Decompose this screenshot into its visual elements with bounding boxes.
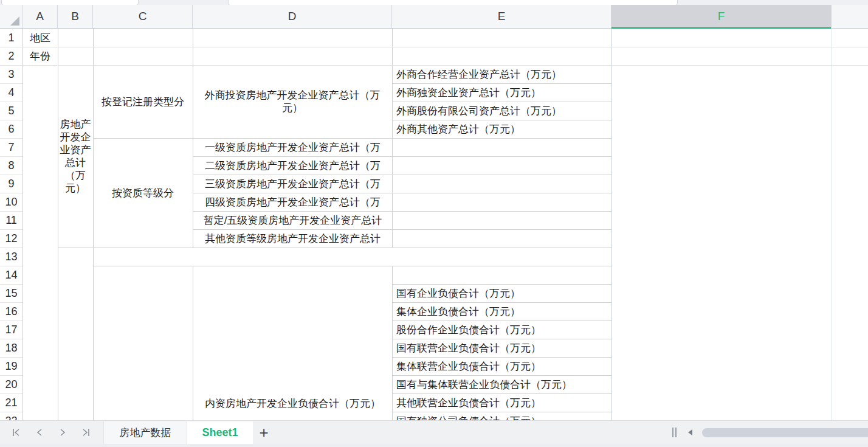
row-header[interactable]: 20 bbox=[0, 375, 22, 393]
row-header[interactable]: 17 bbox=[0, 321, 22, 339]
row-header[interactable]: 21 bbox=[0, 393, 22, 412]
first-sheet-button[interactable] bbox=[5, 424, 28, 441]
row-header[interactable]: 13 bbox=[0, 248, 22, 266]
row-header[interactable]: 18 bbox=[0, 339, 22, 357]
sheet-tab-fangdichan[interactable]: 房地产数据 bbox=[103, 421, 187, 444]
row-header[interactable]: 7 bbox=[0, 138, 22, 156]
last-sheet-button[interactable] bbox=[74, 424, 97, 441]
gridline bbox=[22, 29, 23, 420]
gridline bbox=[0, 102, 22, 102]
formula-bar-strip bbox=[0, 0, 868, 5]
chevron-left-icon bbox=[34, 427, 45, 438]
cell-c3-merged[interactable]: 按登记注册类型分 bbox=[93, 65, 193, 138]
row-header[interactable]: 6 bbox=[0, 120, 22, 138]
cell-b3-merged[interactable]: 房地产 开发企 业资产 总计 （万 元） bbox=[58, 65, 93, 248]
row-header[interactable]: 15 bbox=[0, 284, 22, 302]
cell-d11[interactable]: 暂定/五级资质房地产开发企业资产总计 bbox=[193, 211, 392, 229]
cell-e16[interactable]: 集体企业负债合计（万元） bbox=[393, 302, 611, 321]
scroll-left-icon[interactable] bbox=[688, 429, 692, 435]
gridline bbox=[832, 29, 832, 420]
column-header-d[interactable]: D bbox=[193, 5, 392, 28]
cell-e4[interactable]: 外商独资企业资产总计（万元） bbox=[393, 83, 611, 102]
sheet-nav-buttons bbox=[5, 421, 97, 444]
cell-c7-merged[interactable]: 按资质等级分 bbox=[93, 138, 193, 248]
row-header[interactable]: 3 bbox=[0, 65, 22, 83]
next-sheet-button[interactable] bbox=[51, 424, 74, 441]
cell-d10[interactable]: 四级资质房地产开发企业资产总计（万 bbox=[193, 193, 392, 211]
sheet-tab-sheet1-active[interactable]: Sheet1 bbox=[187, 421, 253, 444]
gridline bbox=[0, 193, 22, 193]
gridline bbox=[0, 47, 868, 47]
cell-e19[interactable]: 集体联营企业负债合计（万元） bbox=[393, 357, 611, 375]
gridline bbox=[611, 29, 612, 420]
column-header-a[interactable]: A bbox=[22, 5, 58, 28]
add-sheet-button[interactable]: + bbox=[253, 421, 275, 444]
row-header[interactable]: 19 bbox=[0, 357, 22, 375]
select-all-triangle-icon bbox=[10, 16, 19, 26]
tabbar-bottom-strip bbox=[0, 444, 868, 447]
row-header[interactable]: 14 bbox=[0, 266, 22, 284]
gridline bbox=[0, 302, 22, 303]
gridline bbox=[0, 175, 22, 175]
cell-e15[interactable]: 国有企业负债合计（万元） bbox=[393, 284, 611, 302]
gridline bbox=[0, 284, 22, 285]
column-header-b[interactable]: B bbox=[58, 5, 93, 28]
cell-e20[interactable]: 国有与集体联营企业负债合计（万元） bbox=[393, 375, 611, 393]
column-header-e[interactable]: E bbox=[392, 5, 611, 28]
row-header[interactable]: 2 bbox=[0, 47, 22, 65]
row-header[interactable]: 12 bbox=[0, 229, 22, 248]
gridline bbox=[0, 211, 22, 212]
last-sheet-icon bbox=[80, 427, 91, 438]
column-header-c[interactable]: C bbox=[93, 5, 193, 28]
cell-grid: 12345678910111213141516171819202122 bbox=[0, 29, 868, 420]
cell-e5[interactable]: 外商股份有限公司资产总计（万元） bbox=[393, 102, 611, 120]
chevron-right-icon bbox=[57, 427, 68, 438]
row-header[interactable]: 11 bbox=[0, 211, 22, 229]
cell-e22[interactable]: 国有独资公司负债合计（万元） bbox=[393, 412, 611, 420]
gridline bbox=[0, 229, 22, 230]
sheet-tab-bar: 房地产数据 Sheet1 + bbox=[0, 420, 868, 447]
row-header[interactable]: 10 bbox=[0, 193, 22, 211]
spreadsheet-window: A B C D E F 1234567891011121314151617181… bbox=[0, 0, 868, 447]
cell-e6[interactable]: 外商其他资产总计（万元） bbox=[393, 120, 611, 138]
cell-d7[interactable]: 一级资质房地产开发企业资产总计（万 bbox=[193, 138, 392, 156]
cell-a2[interactable]: 年份 bbox=[22, 47, 58, 65]
row-header[interactable]: 1 bbox=[0, 29, 22, 47]
cell-e3[interactable]: 外商合作经营企业资产总计（万元） bbox=[393, 65, 611, 83]
row-header[interactable]: 22 bbox=[0, 412, 22, 420]
gridline bbox=[0, 339, 22, 339]
cell-e17[interactable]: 股份合作企业负债合计（万元） bbox=[393, 321, 611, 339]
cell-d3-merged[interactable]: 外商投资房地产开发企业资产总计（万 元） bbox=[193, 65, 392, 138]
cell-e21[interactable]: 其他联营企业负债合计（万元） bbox=[393, 393, 611, 412]
cell-a1[interactable]: 地区 bbox=[22, 29, 58, 47]
gridline bbox=[0, 393, 22, 394]
gridline bbox=[0, 120, 22, 120]
first-sheet-icon bbox=[11, 427, 22, 438]
gridline bbox=[0, 412, 22, 412]
cell-border bbox=[58, 248, 611, 248]
cell-d8[interactable]: 二级资质房地产开发企业资产总计（万 bbox=[193, 156, 392, 175]
gridline bbox=[0, 357, 22, 358]
row-header[interactable]: 9 bbox=[0, 175, 22, 193]
select-all-corner[interactable] bbox=[0, 5, 22, 28]
gridline bbox=[0, 266, 22, 266]
row-headers: 12345678910111213141516171819202122 bbox=[0, 29, 22, 420]
row-header[interactable]: 16 bbox=[0, 302, 22, 321]
pane-splitter-handle[interactable] bbox=[672, 428, 677, 437]
row-header[interactable]: 4 bbox=[0, 83, 22, 102]
cell-e18[interactable]: 国有联营企业负债合计（万元） bbox=[393, 339, 611, 357]
previous-sheet-button[interactable] bbox=[28, 424, 51, 441]
column-header-g[interactable] bbox=[832, 5, 868, 28]
column-header-row: A B C D E F bbox=[0, 5, 868, 29]
cell-d9[interactable]: 三级资质房地产开发企业资产总计（万 bbox=[193, 175, 392, 193]
cell-d14-merged[interactable]: 内资房地产开发企业负债合计（万元） bbox=[193, 266, 392, 420]
cell-d12[interactable]: 其他资质等级房地产开发企业资产总计 bbox=[193, 229, 392, 248]
gridline bbox=[0, 321, 22, 321]
horizontal-scrollbar-thumb[interactable] bbox=[702, 428, 868, 437]
gridline bbox=[0, 248, 22, 248]
column-header-f-selected[interactable]: F bbox=[611, 5, 832, 28]
gridline bbox=[0, 83, 22, 84]
gridline bbox=[0, 156, 22, 157]
row-header[interactable]: 8 bbox=[0, 156, 22, 175]
row-header[interactable]: 5 bbox=[0, 102, 22, 120]
